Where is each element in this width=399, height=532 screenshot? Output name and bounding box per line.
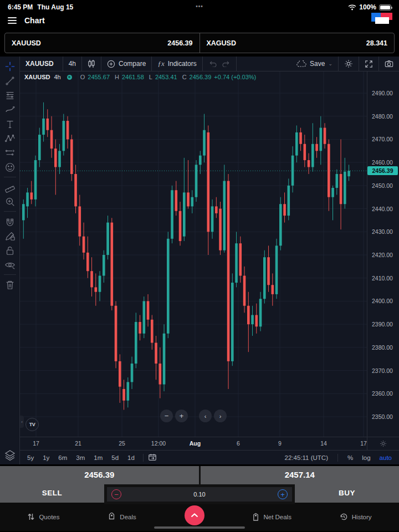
chevron-up-icon (191, 513, 198, 518)
axis-settings-button[interactable] (367, 437, 399, 450)
scroll-right-button[interactable]: › (214, 410, 227, 422)
emoji-tool-icon[interactable] (3, 161, 17, 173)
interval-button[interactable]: 4h (63, 57, 81, 71)
chart-settings-button[interactable] (339, 57, 359, 71)
auto-scale-button[interactable]: auto (376, 453, 396, 463)
app-screen: 6:45 PM Thu Aug 15 ••• 100% Chart XAUUSD… (0, 0, 399, 532)
sell-button[interactable]: SELL (0, 483, 104, 503)
legend-open-value: 2455.67 (88, 74, 110, 80)
nav-deals[interactable]: Deals (108, 513, 136, 521)
fib-retracement-icon[interactable] (3, 89, 17, 101)
data-source-dot-icon[interactable] (67, 75, 72, 80)
last-price-label: 2456.39 (367, 166, 398, 175)
indicators-button[interactable]: ƒx Indicators (152, 57, 202, 71)
quote-symbol: XAUUSD (12, 39, 41, 47)
compare-button[interactable]: Compare (101, 57, 151, 71)
undo-button[interactable] (203, 57, 222, 71)
price-tick: 2490.00 (372, 90, 393, 96)
screenshot-button[interactable] (379, 57, 399, 71)
nav-history[interactable]: History (340, 513, 372, 521)
range-button-6m[interactable]: 6m (54, 453, 71, 463)
ruler-icon[interactable] (3, 181, 17, 193)
range-button-3m[interactable]: 3m (72, 453, 89, 463)
menu-icon[interactable] (8, 17, 17, 24)
price-tick: 2460.00 (372, 159, 393, 166)
status-bar: 6:45 PM Thu Aug 15 ••• 100% (0, 0, 399, 12)
zoom-in-icon[interactable] (3, 195, 17, 208)
tradingview-logo[interactable]: TV (25, 418, 39, 431)
nav-quotes[interactable]: Quotes (27, 513, 59, 521)
trend-line-icon[interactable] (3, 74, 17, 87)
buy-button[interactable]: BUY (295, 483, 399, 503)
chart-canvas[interactable]: XAUUSD 4h O2455.67 H2461.58 L2453.41 C24… (20, 71, 367, 437)
text-tool-icon[interactable] (3, 117, 17, 130)
price-axis[interactable]: 2350.002360.002370.002380.002390.002400.… (367, 71, 399, 437)
arrows-up-down-icon (27, 513, 35, 521)
volume-stepper: − 0.10 + (104, 484, 295, 504)
legend-interval: 4h (54, 74, 60, 80)
chart-style-button[interactable] (82, 57, 101, 71)
magnet-icon[interactable] (3, 215, 17, 228)
remove-all-icon[interactable] (3, 278, 17, 291)
range-button-5d[interactable]: 5d (108, 453, 122, 463)
symbol-button[interactable]: XAUUSD (20, 57, 63, 71)
candlestick-chart (20, 71, 367, 437)
bottom-nav: Quotes Deals Net Deals History (0, 503, 399, 531)
goto-date-button[interactable] (148, 453, 157, 462)
app-header: Chart (0, 12, 399, 29)
camera-icon (385, 60, 393, 68)
time-axis[interactable]: 17212512:00Aug691417 (20, 437, 367, 450)
quote-price: 2456.39 (167, 39, 192, 47)
buy-price: 2457.14 (201, 466, 399, 483)
price-tick: 2410.00 (372, 275, 393, 282)
quote-price: 28.341 (366, 39, 387, 47)
range-button-1y[interactable]: 1y (39, 453, 53, 463)
brush-tool-icon[interactable] (3, 103, 17, 116)
legend-open-key: O (80, 74, 85, 80)
zoom-in-button[interactable]: + (175, 410, 188, 422)
save-button[interactable]: Save ⌄ (291, 57, 338, 71)
chart-legend: XAUUSD 4h O2455.67 H2461.58 L2453.41 C24… (24, 74, 256, 80)
price-tick: 2440.00 (372, 206, 393, 212)
range-button-1m[interactable]: 1m (90, 453, 106, 463)
server-clock[interactable]: 22:45:11 (UTC) (281, 453, 332, 463)
gear-icon (344, 59, 353, 68)
price-tick: 2420.00 (372, 252, 393, 258)
object-tree-icon[interactable] (3, 448, 17, 461)
quote-cell-xauusd[interactable]: XAUUSD 2456.39 (5, 33, 200, 53)
xabcd-pattern-icon[interactable] (3, 132, 17, 145)
quote-symbol: XAGUSD (207, 39, 236, 47)
zoom-out-button[interactable]: − (160, 410, 173, 422)
trade-fab-button[interactable] (185, 505, 204, 525)
hide-all-icon[interactable] (3, 258, 17, 271)
scroll-left-button[interactable]: ‹ (199, 410, 212, 422)
quote-cell-xagusd[interactable]: XAGUSD 28.341 (200, 33, 395, 53)
nav-net-deals[interactable]: Net Deals (252, 513, 291, 521)
home-indicator[interactable] (154, 526, 245, 529)
crosshair-tool-icon[interactable] (3, 60, 17, 73)
range-button-5y[interactable]: 5y (23, 453, 38, 463)
price-tick: 2450.00 (372, 182, 393, 189)
nav-label: Deals (120, 514, 136, 520)
nav-label: History (352, 514, 372, 520)
chevron-down-icon: ⌄ (328, 61, 332, 66)
lock-all-icon[interactable] (3, 244, 17, 257)
indicators-label: Indicators (168, 60, 197, 68)
log-scale-button[interactable]: log (358, 453, 374, 463)
collapse-toolbar-handle[interactable]: ‹ (20, 416, 24, 428)
time-axis-row: 17212512:00Aug691417 (20, 437, 399, 450)
undo-icon (208, 60, 217, 67)
drawing-edit-lock-icon[interactable] (3, 229, 17, 242)
price-tick: 2380.00 (372, 344, 393, 351)
range-button-1d[interactable]: 1d (124, 453, 139, 463)
volume-value[interactable]: 0.10 (107, 491, 292, 498)
price-tick: 2470.00 (372, 136, 393, 142)
bookmark-tag-icon (252, 513, 259, 521)
forecast-position-icon[interactable] (3, 146, 17, 159)
legend-close-key: C (182, 74, 187, 80)
history-clock-icon (340, 513, 348, 521)
redo-button[interactable] (222, 57, 236, 71)
percent-scale-button[interactable]: % (344, 453, 357, 463)
fullscreen-button[interactable] (359, 57, 378, 71)
brand-logo[interactable] (371, 13, 392, 24)
